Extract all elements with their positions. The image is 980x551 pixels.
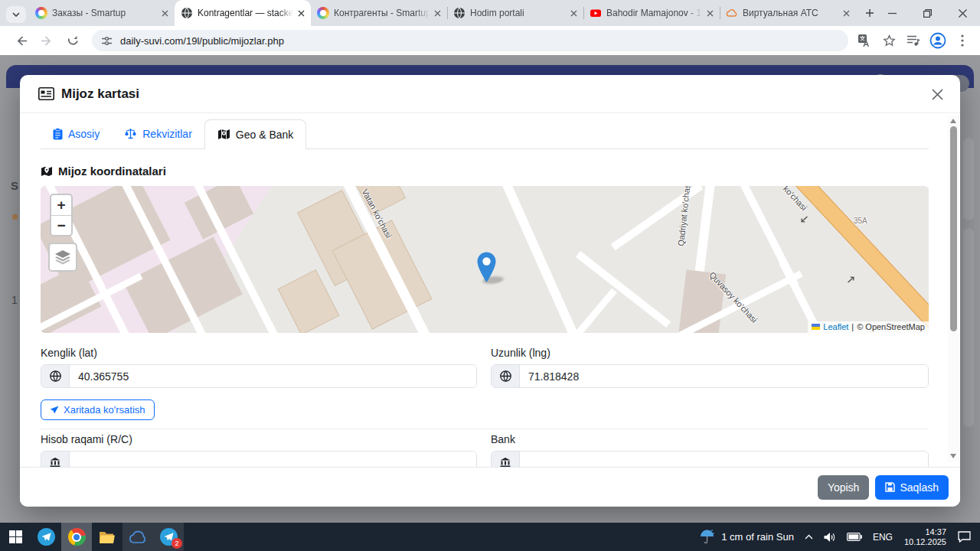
tab-title: Bahodir Mamajonov - 18 y	[606, 8, 702, 18]
forward-button[interactable]	[36, 30, 57, 51]
show-on-map-button[interactable]: Xaritada ko'rsatish	[41, 399, 155, 420]
tab-geo-bank[interactable]: Geo & Bank	[204, 119, 307, 149]
back-button[interactable]	[10, 30, 31, 51]
divider	[41, 429, 929, 429]
save-label: Saqlash	[900, 481, 939, 494]
media-playlist-icon	[906, 34, 920, 47]
restore-button[interactable]	[910, 0, 945, 26]
account-label: Hisob raqami (R/C)	[41, 433, 477, 445]
browser-tab-3[interactable]: Контрагенты - Smartup	[311, 0, 447, 26]
tab-search-button[interactable]	[6, 6, 26, 23]
osm-credit[interactable]: © OpenStreetMap	[857, 322, 925, 331]
file-explorer-icon	[98, 530, 116, 545]
language-indicator[interactable]: ENG	[867, 523, 898, 551]
browser-toolbar: daily-suvi.com/19l/public/mijozlar.php	[0, 26, 980, 55]
close-modal-button[interactable]: Yopish	[818, 475, 870, 500]
notification-icon	[958, 531, 971, 543]
address-bar[interactable]: daily-suvi.com/19l/public/mijozlar.php	[92, 30, 848, 51]
modal-title: Mijoz kartasi	[61, 86, 139, 102]
show-on-map-label: Xaritada ko'rsatish	[64, 404, 145, 416]
tab-label: Rekvizitlar	[142, 128, 192, 140]
close-icon[interactable]	[570, 10, 577, 17]
save-button[interactable]: Saqlash	[875, 475, 949, 500]
close-icon[interactable]	[434, 10, 441, 17]
system-tray: 1 cm of rain Sun ENG 14:37 10.12.2025	[694, 523, 980, 551]
oneway-arrow-icon	[845, 273, 858, 285]
close-icon[interactable]	[298, 10, 305, 17]
browser-tab-6[interactable]: Виртуальная АТС	[720, 0, 856, 26]
close-icon[interactable]	[162, 10, 168, 17]
modal-close-button[interactable]	[928, 85, 946, 103]
scroll-down-icon[interactable]	[950, 454, 956, 458]
lat-field-group: Kenglik (lat)	[41, 347, 477, 388]
bank-label: Bank	[491, 433, 929, 445]
background-text-fragment: S	[11, 179, 18, 192]
close-icon[interactable]	[707, 10, 714, 17]
lng-field-group: Uzunlik (lng)	[491, 347, 929, 388]
clock[interactable]: 14:37 10.12.2025	[898, 527, 952, 547]
avatar-icon	[929, 32, 946, 49]
back-icon	[15, 34, 28, 47]
leaflet-map[interactable]: Vatan ko'chasi Qadriyat ko'chasi ko'chas…	[41, 186, 929, 333]
section-heading: Mijoz koordinatalari	[41, 165, 166, 178]
zoom-out-button[interactable]: −	[51, 215, 71, 235]
reload-icon	[67, 34, 80, 47]
tab-label: Asosiy	[68, 128, 100, 140]
tray-expand-button[interactable]	[799, 523, 818, 551]
map-zoom-control: + −	[50, 194, 73, 236]
bookmark-button[interactable]	[879, 31, 899, 51]
taskbar-cloud-app[interactable]	[122, 523, 153, 551]
volume-button[interactable]	[818, 523, 841, 551]
lng-input-group	[491, 364, 929, 388]
translate-button[interactable]	[854, 31, 874, 51]
browser-menu-button[interactable]	[952, 31, 972, 51]
taskbar: 2 1 cm of rain Sun ENG 14:37 10.12.2025	[0, 523, 980, 551]
globe-favicon	[453, 7, 466, 19]
modal-scrollbar[interactable]	[948, 116, 959, 461]
taskbar-explorer[interactable]	[92, 523, 122, 551]
browser-tab-2-active[interactable]: Kontragentlar — stacked m	[175, 0, 311, 26]
chrome-icon	[68, 528, 86, 546]
lat-label: Kenglik (lat)	[41, 347, 477, 359]
taskbar-telegram-2[interactable]: 2	[153, 523, 184, 551]
url-text[interactable]: daily-suvi.com/19l/public/mijozlar.php	[120, 35, 284, 47]
profile-button[interactable]	[928, 31, 948, 51]
browser-tab-4[interactable]: Hodim portali	[447, 0, 583, 26]
modal-footer: Yopish Saqlash	[20, 467, 960, 507]
browser-tab-1[interactable]: Заказы - Smartup	[29, 0, 175, 26]
battery-button[interactable]	[841, 523, 867, 551]
map-icon	[217, 129, 230, 140]
background-text-fragment: 1	[11, 294, 18, 306]
lat-input[interactable]	[70, 365, 476, 387]
zoom-in-button[interactable]: +	[51, 195, 71, 215]
reload-button[interactable]	[62, 30, 83, 51]
window-controls	[874, 0, 980, 26]
leaflet-link[interactable]: Leaflet	[823, 322, 848, 331]
browser-tab-5[interactable]: Bahodir Mamajonov - 18 y	[583, 0, 720, 26]
screen: Заказы - Smartup Kontragentlar — stacked…	[0, 0, 980, 551]
globe-favicon	[181, 7, 193, 19]
scrollbar-thumb[interactable]	[950, 126, 957, 331]
media-control-button[interactable]	[903, 31, 923, 51]
minimize-button[interactable]	[874, 0, 910, 26]
taskbar-telegram[interactable]	[31, 523, 61, 551]
windows-logo-icon	[9, 530, 22, 543]
scroll-up-icon[interactable]	[950, 119, 956, 123]
forward-icon	[41, 34, 54, 47]
map-layers-control[interactable]	[48, 243, 77, 272]
start-button[interactable]	[0, 523, 31, 551]
close-icon	[932, 89, 943, 100]
site-settings-icon[interactable]	[101, 35, 113, 47]
close-window-button[interactable]	[945, 0, 980, 26]
close-icon[interactable]	[843, 10, 850, 17]
map-marker-icon[interactable]	[477, 252, 496, 283]
action-center-button[interactable]	[952, 523, 980, 551]
dimmed-card	[963, 138, 974, 220]
taskbar-chrome[interactable]	[61, 523, 92, 551]
tab-rekvizitlar[interactable]: Rekvizitlar	[112, 119, 204, 148]
tab-asosiy[interactable]: Asosiy	[41, 119, 112, 148]
weather-widget[interactable]: 1 cm of rain Sun	[694, 523, 799, 551]
id-card-icon	[38, 87, 54, 100]
browser-tabstrip: Заказы - Smartup Kontragentlar — stacked…	[0, 0, 980, 26]
lng-input[interactable]	[520, 365, 928, 387]
